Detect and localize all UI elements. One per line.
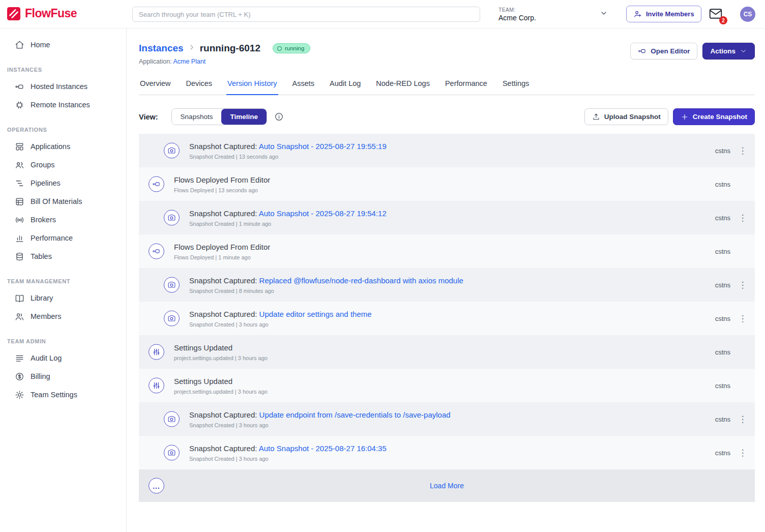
settings-sliders-icon: [149, 378, 164, 394]
tab-devices[interactable]: Devices: [185, 74, 213, 95]
sidebar-item-label: Billing: [31, 372, 50, 380]
sidebar-item-tables[interactable]: Tables: [0, 247, 126, 265]
kebab-menu-button[interactable]: ⋮: [734, 413, 751, 426]
sidebar-item-hosted-instances[interactable]: Hosted Instances: [0, 77, 126, 96]
sidebar-item-pipelines[interactable]: Pipelines: [0, 174, 126, 192]
user-name: cstns: [715, 281, 730, 289]
event-meta: Snapshot Created | 3 hours ago: [189, 456, 387, 462]
home-icon: [15, 40, 24, 50]
team-label: TEAM:: [498, 7, 536, 13]
event-meta: project.settings.updated | 3 hours ago: [174, 389, 268, 395]
sidebar-item-team-settings[interactable]: Team Settings: [0, 386, 126, 404]
actions-button[interactable]: Actions: [702, 43, 755, 60]
application-label: Application:: [139, 58, 172, 65]
create-snapshot-label: Create Snapshot: [693, 113, 747, 121]
search-input[interactable]: [132, 7, 480, 22]
sidebar-item-billing[interactable]: Billing: [0, 367, 126, 386]
chip-icon: [15, 100, 24, 110]
snapshot-link[interactable]: Auto Snapshot - 2025-08-27 16:04:35: [259, 444, 387, 453]
breadcrumb-instances-link[interactable]: Instances: [139, 43, 184, 54]
info-icon[interactable]: [274, 112, 284, 122]
tab-performance[interactable]: Performance: [444, 74, 488, 95]
sidebar-item-label: Team Settings: [31, 391, 77, 399]
kebab-menu-button[interactable]: ⋮: [734, 279, 751, 291]
timeline-row: Flows Deployed From Editor Flows Deploye…: [139, 167, 755, 201]
sidebar-item-performance[interactable]: Performance: [0, 229, 126, 247]
kebab-menu-button[interactable]: ⋮: [734, 447, 751, 459]
view-toggle: Snapshots Timeline: [171, 108, 267, 125]
kebab-menu-button[interactable]: ⋮: [734, 144, 751, 157]
snapshot-link[interactable]: Update editor settings and theme: [259, 310, 372, 318]
sidebar-item-applications[interactable]: Applications: [0, 137, 126, 156]
sidebar-item-brokers[interactable]: Brokers: [0, 211, 126, 229]
user-name: cstns: [715, 248, 730, 255]
flowfuse-logo[interactable]: FlowFuse: [7, 7, 77, 20]
sidebar-item-home[interactable]: Home: [0, 36, 126, 54]
notification-count-badge: 2: [719, 16, 727, 24]
tab-audit-log[interactable]: Audit Log: [329, 74, 362, 95]
load-more-row: … Load More: [139, 469, 755, 502]
team-selector[interactable]: TEAM: Acme Corp.: [498, 4, 608, 24]
sidebar-item-members[interactable]: Members: [0, 307, 126, 326]
snapshot-link[interactable]: Auto Snapshot - 2025-08-27 19:55:19: [259, 142, 387, 151]
camera-icon: [164, 210, 180, 226]
tab-overview[interactable]: Overview: [139, 74, 171, 95]
tab-version-history[interactable]: Version History: [226, 74, 278, 95]
sidebar-item-remote-instances[interactable]: Remote Instances: [0, 96, 126, 114]
application-row: Application: Acme Plant: [139, 58, 310, 65]
hosted-instances-icon: [15, 82, 24, 92]
load-more-button[interactable]: Load More: [430, 482, 464, 490]
user-name: cstns: [715, 449, 730, 457]
event-meta: Flows Deployed | 13 seconds ago: [174, 187, 270, 193]
tab-node-red-logs[interactable]: Node-RED Logs: [375, 74, 431, 95]
sidebar-item-label: Groups: [31, 161, 55, 169]
deploy-icon: [149, 176, 164, 192]
event-meta: Flows Deployed | 1 minute ago: [174, 254, 270, 260]
sidebar-item-audit-log[interactable]: Audit Log: [0, 349, 126, 367]
invite-members-label: Invite Members: [646, 10, 694, 18]
timeline-row: Snapshot Captured: Auto Snapshot - 2025-…: [139, 436, 755, 469]
timeline-toggle-button[interactable]: Timeline: [221, 109, 267, 125]
kebab-menu-button[interactable]: ⋮: [734, 212, 751, 224]
upload-snapshot-button[interactable]: Upload Snapshot: [584, 108, 668, 125]
event-type-label: Snapshot Captured:: [189, 444, 259, 453]
open-editor-button[interactable]: Open Editor: [630, 43, 697, 60]
sidebar-item-library[interactable]: Library: [0, 289, 126, 307]
sidebar-item-label: Performance: [31, 234, 73, 242]
kebab-menu-button[interactable]: ⋮: [734, 312, 751, 325]
sidebar-item-label: Library: [31, 294, 53, 302]
audit-log-icon: [15, 353, 24, 363]
snapshots-toggle-button[interactable]: Snapshots: [172, 109, 222, 125]
brokers-icon: [15, 215, 24, 225]
page-header: Instances running-6012 running Applicati…: [139, 43, 755, 65]
billing-icon: [15, 372, 24, 381]
sidebar-item-label: Brokers: [31, 216, 56, 224]
chevron-down-icon: [600, 9, 608, 19]
version-history-toolbar: View: Snapshots Timeline Upload Snapshot: [139, 108, 755, 125]
create-snapshot-button[interactable]: Create Snapshot: [673, 108, 755, 125]
sidebar-item-label: Bill Of Materials: [31, 197, 82, 205]
sidebar-item-bill-of-materials[interactable]: Bill Of Materials: [0, 192, 126, 211]
event-title: Settings Updated: [174, 377, 232, 386]
tab-assets[interactable]: Assets: [291, 74, 316, 95]
event-type-label: Snapshot Captured:: [189, 410, 259, 419]
camera-icon: [164, 411, 180, 427]
notifications-button[interactable]: 2: [708, 6, 725, 23]
flowfuse-logo-icon: [7, 7, 20, 20]
invite-members-button[interactable]: Invite Members: [626, 6, 701, 22]
sidebar-item-groups[interactable]: Groups: [0, 156, 126, 174]
sidebar-section-operations: OPERATIONS: [0, 114, 126, 137]
snapshot-link[interactable]: Update endpoint from /save-credentials t…: [259, 410, 451, 419]
camera-icon: [164, 311, 180, 327]
snapshot-link[interactable]: Auto Snapshot - 2025-08-27 19:54:12: [259, 209, 387, 218]
sidebar-item-label: Hosted Instances: [31, 82, 87, 91]
upload-icon: [592, 113, 600, 121]
main-content: Instances running-6012 running Applicati…: [127, 28, 765, 532]
snapshot-link[interactable]: Replaced @flowfuse/node-red-dashboard wi…: [259, 276, 463, 285]
application-link[interactable]: Acme Plant: [173, 58, 205, 65]
tab-settings[interactable]: Settings: [502, 74, 530, 95]
sidebar-section-team-management: TEAM MANAGEMENT: [0, 265, 126, 289]
sidebar-item-label: Applications: [31, 142, 70, 151]
user-avatar[interactable]: CS: [740, 7, 755, 22]
event-type-label: Snapshot Captured:: [189, 142, 259, 151]
